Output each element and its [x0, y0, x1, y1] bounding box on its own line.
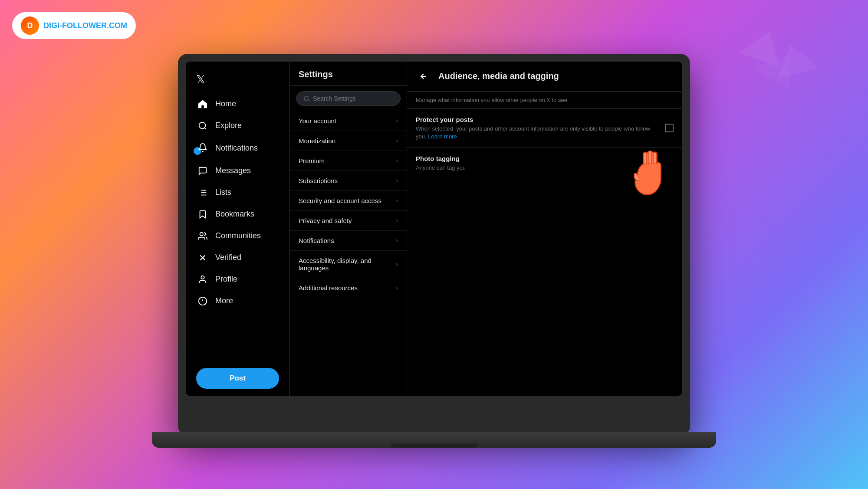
home-icon — [197, 98, 208, 110]
sidebar-item-explore[interactable]: Explore — [191, 115, 284, 137]
notifications-icon — [197, 142, 208, 153]
main-content: Audience, media and tagging Manage what … — [407, 62, 682, 396]
settings-item-notifications[interactable]: Notifications › — [290, 231, 407, 251]
sidebar-item-more[interactable]: More — [191, 290, 284, 312]
chevron-right-icon: › — [396, 237, 398, 244]
chevron-right-icon: › — [396, 217, 398, 224]
watermark-text: DIGI-FOLLOWER.COM — [43, 21, 127, 30]
sidebar-item-profile[interactable]: Profile — [191, 269, 284, 290]
sidebar-label-notifications: Notifications — [215, 144, 258, 153]
laptop-hinge — [391, 443, 477, 448]
explore-icon — [197, 120, 208, 131]
messages-icon — [197, 165, 208, 177]
sidebar-label-communities: Communities — [215, 231, 261, 240]
sidebar-label-bookmarks: Bookmarks — [215, 210, 254, 219]
back-button[interactable] — [416, 69, 431, 84]
settings-item-security[interactable]: Security and account access › — [290, 191, 407, 211]
communities-icon — [197, 230, 208, 242]
detail-page-title: Audience, media and tagging — [438, 71, 559, 81]
settings-item-your-account[interactable]: Your account › — [290, 111, 407, 131]
sidebar-item-notifications[interactable]: Notifications — [191, 137, 284, 160]
more-icon — [197, 295, 208, 307]
sidebar-label-profile: Profile — [215, 275, 237, 284]
settings-header: Settings — [290, 62, 407, 86]
search-icon — [303, 95, 309, 102]
protect-posts-desc: When selected, your posts and other acco… — [416, 125, 656, 141]
detail-header: Audience, media and tagging — [407, 62, 682, 92]
verified-icon — [197, 252, 208, 263]
chevron-right-icon: › — [396, 197, 398, 204]
laptop-screen: 𝕏 Home Explore — [186, 62, 682, 396]
notifications-icon-wrapper — [197, 142, 208, 155]
chevron-right-icon: › — [396, 157, 398, 164]
sidebar-label-verified: Verified — [215, 253, 241, 262]
app-container: 𝕏 Home Explore — [186, 62, 682, 396]
search-placeholder: Search Settings — [313, 95, 356, 102]
x-logo: 𝕏 — [191, 69, 284, 93]
settings-search-bar[interactable]: Search Settings — [296, 91, 401, 106]
svg-point-14 — [201, 276, 204, 279]
sidebar-label-lists: Lists — [215, 188, 231, 197]
sidebar-nav: Home Explore — [191, 93, 284, 363]
svg-line-4 — [204, 128, 206, 129]
learn-more-link[interactable]: Learn more — [428, 133, 457, 140]
photo-tagging-title: Photo tagging — [416, 155, 674, 162]
settings-item-premium[interactable]: Premium › — [290, 151, 407, 171]
chevron-right-icon: › — [396, 284, 398, 291]
settings-item-privacy[interactable]: Privacy and safety › — [290, 211, 407, 231]
chevron-right-icon: › — [396, 137, 398, 144]
sidebar-item-messages[interactable]: Messages — [191, 160, 284, 182]
sidebar-label-messages: Messages — [215, 166, 251, 175]
svg-point-18 — [304, 96, 308, 100]
svg-point-3 — [199, 122, 206, 128]
protect-posts-title: Protect your posts — [416, 116, 656, 123]
protect-posts-checkbox[interactable] — [665, 124, 674, 132]
detail-subtitle: Manage what information you allow other … — [407, 92, 682, 109]
svg-line-19 — [308, 99, 309, 101]
settings-item-additional[interactable]: Additional resources › — [290, 278, 407, 298]
sidebar-item-home[interactable]: Home — [191, 93, 284, 115]
svg-point-11 — [200, 232, 203, 235]
watermark-logo: D DIGI-FOLLOWER.COM — [12, 12, 136, 39]
laptop-outer: 𝕏 Home Explore — [178, 54, 690, 436]
bookmarks-icon — [197, 209, 208, 220]
settings-panel: Settings Search Settings Your account › … — [290, 62, 407, 396]
photo-tagging-desc: Anyone can tag you — [416, 164, 674, 172]
sidebar-item-verified[interactable]: Verified — [191, 247, 284, 269]
photo-tagging-item[interactable]: Photo tagging Anyone can tag you — [407, 148, 682, 179]
chevron-right-icon: › — [396, 117, 398, 124]
lists-icon — [197, 187, 208, 198]
profile-icon — [197, 274, 208, 285]
sidebar-label-more: More — [215, 296, 233, 305]
sidebar: 𝕏 Home Explore — [186, 62, 290, 396]
settings-item-monetization[interactable]: Monetization › — [290, 131, 407, 151]
sidebar-label-home: Home — [215, 99, 236, 108]
chevron-right-icon: › — [396, 261, 398, 268]
sidebar-item-lists[interactable]: Lists — [191, 182, 284, 203]
post-button[interactable]: Post — [196, 368, 279, 389]
sidebar-item-bookmarks[interactable]: Bookmarks — [191, 203, 284, 225]
background-decoration — [738, 26, 825, 115]
watermark-icon: D — [21, 16, 39, 35]
settings-item-accessibility[interactable]: Accessibility, display, and languages › — [290, 251, 407, 278]
back-arrow-icon — [419, 72, 428, 81]
chevron-right-icon: › — [396, 177, 398, 184]
settings-item-subscriptions[interactable]: Subscriptions › — [290, 171, 407, 191]
laptop-base — [152, 432, 716, 448]
protect-posts-item[interactable]: Protect your posts When selected, your p… — [407, 109, 682, 148]
sidebar-item-communities[interactable]: Communities — [191, 225, 284, 247]
sidebar-label-explore: Explore — [215, 121, 242, 130]
